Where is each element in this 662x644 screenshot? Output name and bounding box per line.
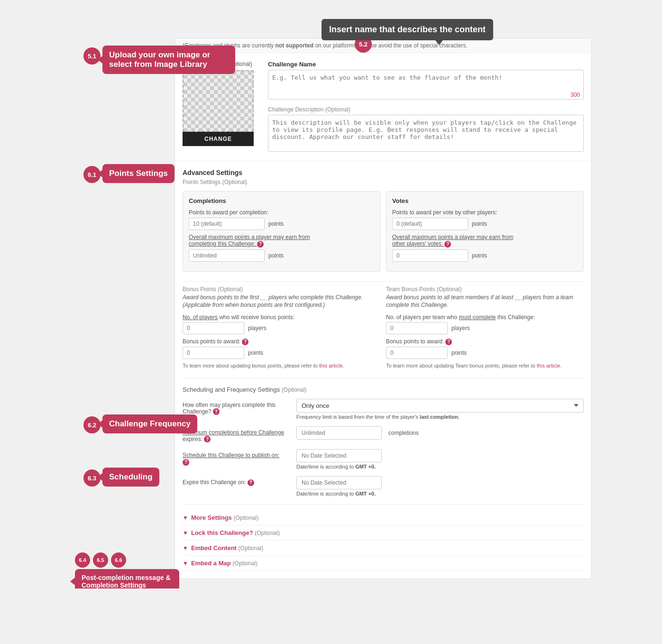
collapsible-list: ▼ More Settings (Optional) ▼ Lock this C… xyxy=(183,504,584,571)
change-image-button[interactable]: CHANGE xyxy=(183,132,254,146)
form-panel: *Emoticons and glyphs are currently not … xyxy=(175,38,592,579)
max-completions-row: Maximum completions before Challenge exp… xyxy=(183,426,584,443)
callout-61: Points Settings xyxy=(102,164,175,183)
expire-note: Date/time is according to GMT +0. xyxy=(296,491,584,497)
team-points-label: Bonus points to award: ? xyxy=(386,338,584,345)
overall-votes-row: points xyxy=(392,249,578,262)
tooltip-52-text: Insert name that describes the content xyxy=(329,25,486,34)
collapsible-embed-content[interactable]: ▼ Embed Content (Optional) xyxy=(183,541,584,556)
overall-votes-label: Overall maximum points a player may earn… xyxy=(392,234,578,248)
image-preview xyxy=(183,70,254,132)
bonus-points-input[interactable] xyxy=(183,347,244,359)
per-vote-row: points xyxy=(392,218,578,230)
team-players-row: players xyxy=(386,322,584,334)
more-settings-label: More Settings (Optional) xyxy=(191,514,258,521)
publish-date-row: Schedule this Challenge to publish on: ?… xyxy=(183,449,584,469)
points-grid: Completions Points to award per completi… xyxy=(183,191,584,272)
help-icon-team-bonus[interactable]: ? xyxy=(445,339,452,345)
expire-row: Expire this Challenge on: ? Date/time is… xyxy=(183,476,584,497)
bonus-grid: Bonus Points (Optional) Award bonus poin… xyxy=(183,281,584,368)
help-icon-max[interactable]: ? xyxy=(204,436,211,442)
completions-card: Completions Points to award per completi… xyxy=(183,191,380,272)
points-subheader: Points Settings (Optional) xyxy=(183,178,584,185)
frequency-note: Frequency limit is based from the time o… xyxy=(296,414,584,420)
help-icon-votes[interactable]: ? xyxy=(444,241,451,248)
frequency-label: How often may players complete this Chal… xyxy=(183,399,287,415)
help-icon-frequency[interactable]: ? xyxy=(213,408,220,415)
challenge-name-input[interactable] xyxy=(268,70,584,100)
bonus-points-row: points xyxy=(183,347,380,359)
team-bonus-article-link[interactable]: this article. xyxy=(537,363,562,368)
callout-646566: Post-completion message & Completion Set… xyxy=(75,569,179,589)
frequency-row: How often may players complete this Chal… xyxy=(183,399,584,420)
annotation-66: 6.6 xyxy=(111,552,126,568)
lock-challenge-label: Lock this Challenge? (Optional) xyxy=(191,529,280,536)
challenge-name-label: Challenge Name xyxy=(268,61,584,68)
arrow-icon-lock: ▼ xyxy=(183,530,188,536)
overall-votes-input[interactable] xyxy=(392,249,468,262)
overall-completion-input[interactable] xyxy=(189,249,265,262)
char-count: 300 xyxy=(570,92,580,98)
expire-label: Expire this Challenge on: ? xyxy=(183,476,287,486)
help-icon-expire[interactable]: ? xyxy=(248,479,254,486)
image-upload-box: Challenge Image (Optional) CHANGE xyxy=(183,61,258,153)
bonus-article-link[interactable]: this article. xyxy=(319,363,344,368)
callout-61-text: Points Settings xyxy=(109,169,168,178)
per-vote-label: Points to award per vote by other player… xyxy=(392,209,578,216)
schedule-title: Scheduling and Frequency Settings (Optio… xyxy=(183,386,584,393)
callout-63: Scheduling xyxy=(102,468,159,487)
scheduling-section: Scheduling and Frequency Settings (Optio… xyxy=(183,378,584,497)
callout-63-text: Scheduling xyxy=(109,472,153,481)
help-icon-bonus[interactable]: ? xyxy=(242,339,248,345)
team-points-input[interactable] xyxy=(386,347,448,359)
advanced-header: Advanced Settings xyxy=(183,169,584,176)
expire-date-input[interactable] xyxy=(296,476,382,489)
challenge-desc-input[interactable] xyxy=(268,115,584,152)
overall-votes-unit: points xyxy=(472,252,487,259)
help-icon-schedule[interactable]: ? xyxy=(183,459,189,466)
arrow-icon-map: ▼ xyxy=(183,560,188,567)
collapsible-embed-map[interactable]: ▼ Embed a Map (Optional) xyxy=(183,556,584,571)
max-completions-label: Maximum completions before Challenge exp… xyxy=(183,426,287,443)
bonus-players-row: players xyxy=(183,322,380,334)
max-completions-wrap: completions xyxy=(296,426,584,440)
team-players-label: No. of players per team who must complet… xyxy=(386,314,584,321)
completions-title: Completions xyxy=(189,197,374,204)
annotation-65: 6.5 xyxy=(93,552,108,568)
callout-51-text: Upload your own image or select from Ima… xyxy=(109,50,210,69)
bonus-players-input[interactable] xyxy=(183,322,244,334)
callout-51: Upload your own image or select from Ima… xyxy=(102,46,235,74)
bonus-desc: Award bonus points to the first __ playe… xyxy=(183,294,380,310)
frequency-select[interactable]: Only once xyxy=(296,399,584,413)
overall-completion-label: Overall maximum points a player may earn… xyxy=(189,234,374,248)
collapsible-more-settings[interactable]: ▼ More Settings (Optional) xyxy=(183,510,584,525)
votes-title: Votes xyxy=(392,197,578,204)
publish-note: Date/time is according to GMT +0. xyxy=(296,464,584,469)
publish-input-wrap: Date/time is according to GMT +0. xyxy=(296,449,584,469)
team-bonus-section: Team Bonus Points (Optional) Award bonus… xyxy=(386,285,584,368)
callout-646566-text: Post-completion message & Completion Set… xyxy=(82,574,171,589)
bonus-points-label: Bonus points to award: ? xyxy=(183,338,380,345)
bonus-players-unit: players xyxy=(248,325,267,331)
collapsible-lock-challenge[interactable]: ▼ Lock this Challenge? (Optional) xyxy=(183,525,584,541)
embed-content-label: Embed Content (Optional) xyxy=(191,544,263,552)
team-players-input[interactable] xyxy=(386,322,448,334)
per-vote-input[interactable] xyxy=(392,218,468,230)
per-vote-unit: points xyxy=(472,221,487,227)
publish-label: Schedule this Challenge to publish on: ? xyxy=(183,449,287,466)
tooltip-52: Insert name that describes the content xyxy=(322,19,493,40)
votes-card: Votes Points to award per vote by other … xyxy=(386,191,584,272)
name-desc-area: Challenge Name 300 Challenge Description… xyxy=(268,61,584,153)
per-completion-input[interactable] xyxy=(189,218,265,230)
annotation-64: 6.4 xyxy=(75,552,90,568)
arrow-icon-more: ▼ xyxy=(183,515,188,521)
arrow-icon-embed: ▼ xyxy=(183,545,188,552)
publish-date-input[interactable] xyxy=(296,449,382,462)
challenge-desc-label: Challenge Description (Optional) xyxy=(268,106,584,113)
max-completions-input[interactable] xyxy=(296,426,382,440)
per-completion-row: points xyxy=(189,218,374,230)
challenge-name-wrap: 300 xyxy=(268,70,584,101)
bonus-players-label: No. of players who will receive bonus po… xyxy=(183,314,380,321)
team-bonus-title: Team Bonus Points (Optional) xyxy=(386,285,584,293)
help-icon-completion[interactable]: ? xyxy=(257,241,264,248)
